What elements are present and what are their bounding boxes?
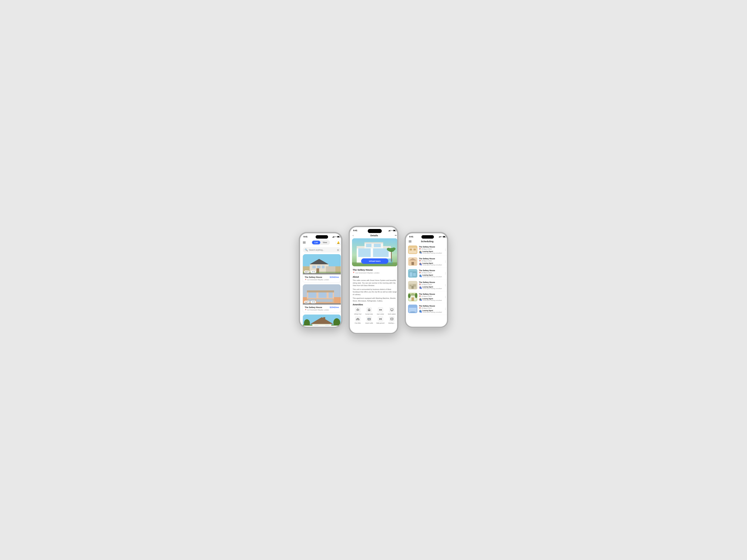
details-header: ‹ Details ✏ — [350, 232, 398, 238]
schedule-agent-5: 👤 Leasing Agent Centerspace leasing cons… — [419, 310, 442, 313]
property-title-1: The Selbey House — [305, 306, 322, 309]
status-time-1: 9:41 — [304, 236, 308, 238]
schedule-prop-name-0: The Selbey House — [419, 246, 442, 248]
amenity-bike: Free Bike — [353, 316, 363, 324]
wifi-icon-1: ≈ — [335, 236, 336, 238]
svg-rect-49 — [379, 310, 380, 310]
schedule-info-5: The Selbey House 📅 19 March 2024 👤 — [419, 305, 442, 313]
amenity-label-playground: Baby ground — [377, 322, 384, 324]
phone-details: 9:41 ≈ ‹ Details ✏ — [349, 226, 398, 334]
property-badges-0: 🛏 3 🚿 2 — [304, 270, 316, 273]
detail-pin-icon: 📍 — [353, 272, 355, 274]
about-text-1: This cabin comes with Smart Home System … — [353, 279, 397, 287]
amenities-grid: Infinity Pool Sunset view — [353, 307, 397, 324]
view-tab[interactable]: View — [320, 241, 330, 244]
svg-rect-77 — [410, 285, 411, 286]
schedule-item-4[interactable]: The Selbey House 📅 19 March 2024 👤 — [408, 291, 447, 303]
filter-icon[interactable]: ⊟ — [337, 249, 339, 251]
schedule-thumb-4 — [408, 293, 417, 301]
svg-rect-88 — [409, 308, 416, 310]
schedule-date-1: 📅 19 March 2024 — [419, 260, 442, 262]
notification-button[interactable]: 🔔 — [336, 240, 341, 245]
agent-info-1: Leasing Agent Centerspace leasing consul… — [422, 262, 442, 266]
svg-rect-7 — [322, 266, 325, 268]
schedule-agent-3: 👤 Leasing Agent Centerspace leasing cons… — [419, 286, 442, 289]
agent-info-5: Leasing Agent Centerspace leasing consul… — [422, 310, 442, 313]
schedule-item-2[interactable]: The Selbey House 📅 19 March 2024 👤 — [408, 268, 447, 279]
svg-rect-66 — [413, 248, 416, 250]
svg-rect-39 — [373, 248, 389, 257]
property-image-0: 🛏 3 🚿 2 — [303, 254, 341, 274]
amenity-label-workstation: Work station — [388, 313, 396, 315]
schedule-info-3: The Selbey House 📅 19 March 2024 👤 — [419, 281, 442, 289]
menu-icon-3[interactable] — [409, 240, 411, 242]
schedule-date-0: 📅 19 March 2024 — [419, 248, 442, 250]
schedule-info-2: The Selbey House 📅 19 March 2024 👤 — [419, 269, 442, 277]
svg-rect-13 — [307, 290, 334, 292]
dynamic-island-1 — [316, 235, 328, 239]
schedule-item-0[interactable]: The Selbey House 📅 19 March 2024 👤 — [408, 244, 447, 256]
detail-property-address: 📍 112 Greenwich Mayfair, London — [353, 272, 397, 274]
svg-point-59 — [369, 320, 370, 320]
property-card-1[interactable]: 🛏 3 🚿 2 The Selbey House $1542/mo 📍 112 … — [303, 284, 341, 312]
signal-icon-3 — [439, 236, 441, 237]
baths-badge-1: 🚿 2 — [310, 301, 316, 303]
about-title: About — [353, 276, 397, 278]
svg-point-48 — [368, 309, 370, 310]
more-button-0[interactable]: ⋮ — [443, 248, 447, 252]
baths-badge-0: 🚿 2 — [310, 270, 316, 273]
schedule-prop-name-3: The Selbey House — [419, 281, 442, 284]
virtual-tour-button[interactable]: virtual tours — [361, 258, 388, 264]
calendar-icon-0: 📅 — [419, 248, 421, 250]
dynamic-island-3 — [421, 235, 434, 239]
svg-rect-79 — [411, 286, 414, 289]
property-card-0[interactable]: 🛏 3 🚿 2 The Selbey House $1542/mo 📍 112 … — [303, 254, 341, 282]
more-button-5[interactable]: ⋮ — [443, 307, 447, 311]
edit-button[interactable]: ✏ — [395, 234, 397, 237]
search-bar: 🔍 ⊟ — [303, 247, 341, 252]
schedule-thumb-3 — [408, 281, 417, 290]
svg-rect-37 — [364, 242, 383, 243]
amenity-label-gym: Gym center — [377, 313, 384, 315]
svg-rect-65 — [410, 248, 412, 250]
schedule-date-5: 📅 19 March 2024 — [419, 308, 442, 309]
amenity-gym: Gym center — [376, 307, 385, 315]
svg-rect-52 — [381, 309, 381, 311]
details-title: Details — [370, 234, 378, 237]
list-tab[interactable]: List — [312, 241, 320, 244]
svg-rect-85 — [411, 297, 414, 301]
phone3-content: Scheduling The Selbey House 📅 19 — [406, 238, 448, 326]
more-button-3[interactable]: ⋮ — [443, 283, 447, 287]
svg-rect-17 — [329, 292, 333, 298]
svg-rect-25 — [314, 325, 318, 326]
status-time-3: 9:41 — [409, 236, 413, 238]
amenity-label-meeting: Meeting r... — [388, 322, 395, 324]
more-button-1[interactable]: ⋮ — [443, 260, 447, 264]
search-input[interactable] — [309, 249, 336, 251]
schedule-item-3[interactable]: The Selbey House 📅 19 March 2024 👤 — [408, 279, 447, 291]
dynamic-island-2 — [368, 229, 382, 233]
pin-icon-0: 📍 — [305, 279, 307, 281]
phone-list: 9:41 ≈ — [299, 232, 342, 328]
schedule-item-5[interactable]: The Selbey House 📅 19 March 2024 👤 — [408, 303, 447, 315]
svg-point-83 — [408, 294, 411, 298]
svg-rect-26 — [325, 325, 329, 326]
property-card-2[interactable] — [303, 315, 341, 326]
more-button-4[interactable]: ⋮ — [443, 295, 447, 299]
details-body: The Selbey House 📍 112 Greenwich Mayfair… — [350, 266, 398, 326]
status-icons-1: ≈ — [332, 236, 340, 238]
svg-rect-5 — [312, 266, 316, 268]
svg-rect-38 — [358, 248, 371, 257]
battery-1 — [337, 236, 340, 238]
more-button-2[interactable]: ⋮ — [443, 271, 447, 275]
schedule-item-1[interactable]: The Selbey House 📅 19 March 2024 👤 — [408, 256, 447, 268]
calendar-icon-4: 📅 — [419, 296, 421, 297]
back-button[interactable]: ‹ — [353, 234, 354, 237]
scene: 9:41 ≈ — [274, 216, 473, 344]
svg-rect-62 — [391, 318, 393, 320]
signal-icon-2 — [388, 230, 391, 231]
amenity-icon-workstation — [389, 307, 395, 313]
svg-rect-70 — [411, 262, 414, 265]
menu-icon-1[interactable] — [303, 242, 306, 243]
agent-info-0: Leasing Agent Centerspace leasing consul… — [422, 250, 442, 254]
